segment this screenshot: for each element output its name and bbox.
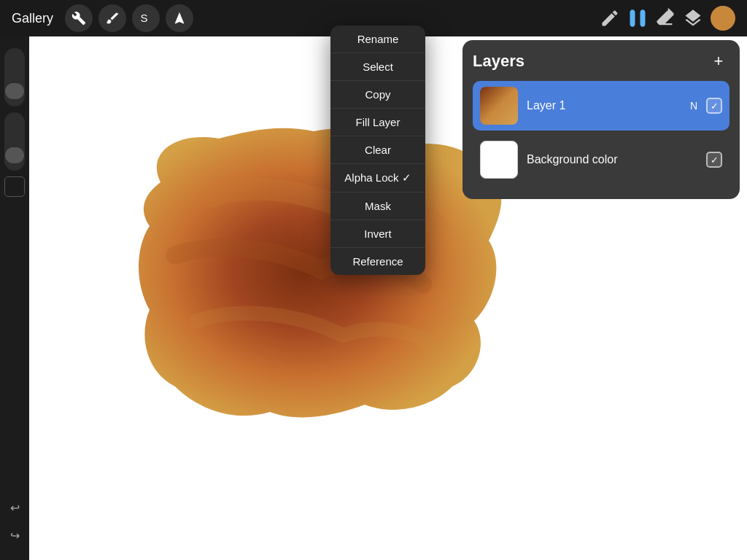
menu-item-reference[interactable]: Reference [330, 248, 425, 275]
layer-1-checkbox[interactable] [706, 98, 722, 114]
color-picker-btn[interactable] [4, 176, 25, 197]
eraser-tool-icon[interactable] [655, 8, 676, 28]
redo-button[interactable]: ↪ [4, 525, 25, 545]
layer-row-bg[interactable]: Background color [473, 135, 729, 184]
layers-panel-icon[interactable] [683, 8, 703, 28]
wrench-tool-button[interactable] [65, 4, 93, 32]
smudge-tool-button[interactable]: S [132, 4, 160, 32]
layer-1-thumbnail [480, 87, 518, 125]
menu-item-copy[interactable]: Copy [330, 81, 425, 109]
opacity-thumb [5, 147, 24, 163]
layer-row-1[interactable]: Layer 1 N [473, 81, 729, 131]
airbrush-tool-button[interactable] [98, 4, 126, 32]
opacity-slider[interactable] [4, 112, 25, 171]
calligraphy-tool-icon[interactable] [627, 8, 648, 28]
layers-title: Layers [473, 52, 525, 71]
layer-bg-thumbnail [480, 141, 518, 179]
user-avatar[interactable] [711, 6, 735, 31]
context-menu: Rename Select Copy Fill Layer Clear Alph… [330, 26, 425, 275]
gallery-button[interactable]: Gallery [12, 11, 53, 26]
layer-1-blend-mode[interactable]: N [690, 100, 697, 112]
menu-item-fill-layer[interactable]: Fill Layer [330, 109, 425, 136]
left-sidebar: ↩ ↪ [0, 36, 29, 560]
menu-item-mask[interactable]: Mask [330, 192, 425, 220]
layers-add-button[interactable]: + [708, 50, 729, 72]
menu-item-clear[interactable]: Clear [330, 136, 425, 164]
menu-item-invert[interactable]: Invert [330, 220, 425, 248]
menu-item-rename[interactable]: Rename [330, 26, 425, 53]
brush-size-thumb [5, 83, 24, 99]
layers-panel: Layers + Layer 1 N Background color [462, 40, 740, 199]
brush-size-slider[interactable] [4, 48, 25, 106]
svg-text:S: S [141, 12, 148, 24]
layer-1-name: Layer 1 [527, 99, 690, 112]
menu-item-alpha-lock[interactable]: Alpha Lock ✓ [330, 164, 425, 192]
pen-tool-icon[interactable] [600, 8, 620, 28]
menu-item-select[interactable]: Select [330, 53, 425, 81]
arrow-tool-button[interactable] [166, 4, 193, 32]
layer-bg-name: Background color [527, 153, 706, 166]
top-right-tools [600, 6, 735, 31]
undo-button[interactable]: ↩ [4, 497, 25, 518]
layer-bg-checkbox[interactable] [706, 152, 722, 168]
layers-header: Layers + [473, 50, 729, 72]
